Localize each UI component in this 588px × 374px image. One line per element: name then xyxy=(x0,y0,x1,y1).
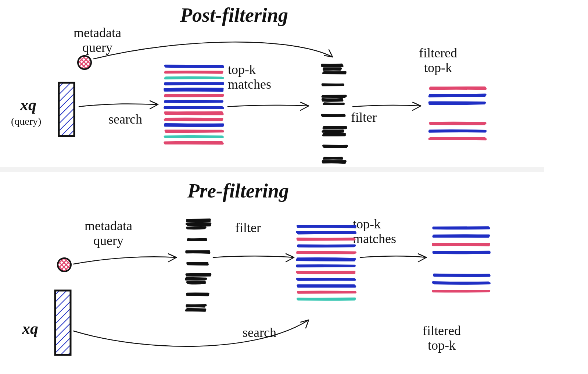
metadata-circle-post xyxy=(78,56,91,69)
arrow-topk-post xyxy=(228,102,309,110)
arrow-search-pre xyxy=(74,320,309,346)
filtered-index-pre xyxy=(297,226,355,300)
full-index-post xyxy=(165,66,223,143)
diagram-root: { "titles": { "post": "Post-filtering", … xyxy=(0,0,588,374)
query-vector-post xyxy=(59,83,74,136)
query-vector-pre xyxy=(55,291,71,355)
arrow-topk-pre xyxy=(360,254,426,262)
svg-rect-4 xyxy=(55,291,71,355)
filtered-result-post xyxy=(430,88,486,139)
mask-post xyxy=(322,65,347,163)
arrow-metadata-post xyxy=(94,42,333,59)
divider xyxy=(0,167,544,172)
diagram-svg: .slinew { stroke-width:6; stroke-linecap… xyxy=(0,0,588,374)
svg-rect-2 xyxy=(59,83,74,136)
arrow-filter-pre xyxy=(213,254,294,262)
mask-pre xyxy=(186,220,210,310)
filtered-result-pre xyxy=(433,227,490,291)
svg-point-1 xyxy=(78,56,91,69)
metadata-circle-pre xyxy=(58,258,71,271)
arrow-filter-post xyxy=(353,102,421,110)
arrow-search-post xyxy=(79,101,158,109)
arrow-metadata-pre xyxy=(74,254,176,264)
svg-point-3 xyxy=(58,258,71,271)
